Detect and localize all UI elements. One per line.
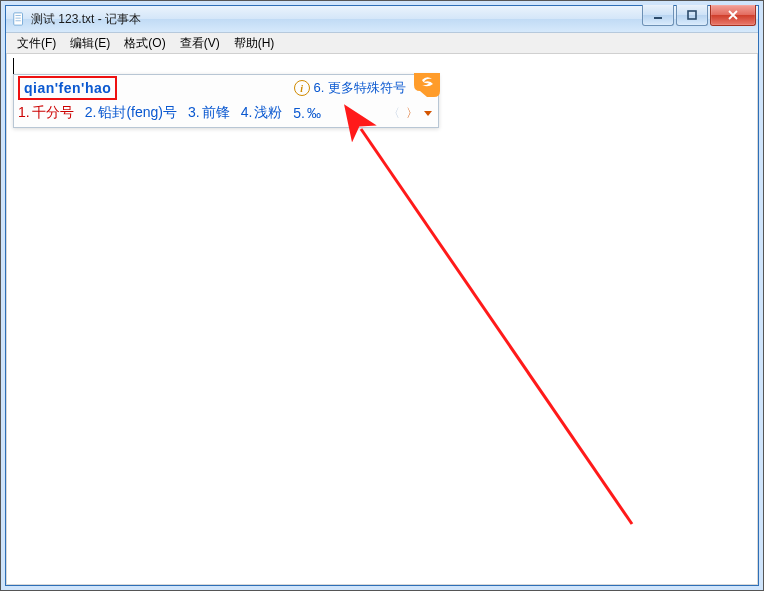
info-icon: i <box>294 80 310 96</box>
svg-rect-0 <box>14 13 23 25</box>
ime-candidate-4[interactable]: 4. 浅粉 <box>241 104 283 122</box>
ime-candidate-5[interactable]: 5. ‰ <box>293 105 321 121</box>
window-controls <box>640 5 756 26</box>
menu-file[interactable]: 文件(F) <box>10 33 63 54</box>
sogou-logo-icon <box>414 73 440 97</box>
minimize-button[interactable] <box>642 5 674 26</box>
ime-next-page[interactable]: 〉 <box>406 107 418 119</box>
window-title: 测试 123.txt - 记事本 <box>31 11 141 28</box>
text-caret <box>13 58 14 74</box>
maximize-button[interactable] <box>676 5 708 26</box>
close-button[interactable] <box>710 5 756 26</box>
ime-pager: 〈 〉 <box>388 107 434 119</box>
notepad-window: 测试 123.txt - 记事本 文件(F) 编辑(E) 格式(O) 查看(V)… <box>5 5 759 586</box>
annotation-arrow <box>7 54 757 585</box>
menu-bar: 文件(F) 编辑(E) 格式(O) 查看(V) 帮助(H) <box>6 33 758 54</box>
ime-candidate-row: 1. 千分号 2. 铅封(feng)号 3. 前锋 4. 浅粉 <box>14 100 438 127</box>
svg-rect-5 <box>688 11 696 19</box>
svg-line-6 <box>361 129 632 524</box>
title-bar[interactable]: 测试 123.txt - 记事本 <box>6 6 758 33</box>
menu-view[interactable]: 查看(V) <box>173 33 227 54</box>
svg-rect-4 <box>654 17 662 19</box>
ime-panel: qian'fen'hao i 6. 更多特殊符号 1. <box>13 74 439 128</box>
text-area[interactable]: qian'fen'hao i 6. 更多特殊符号 1. <box>6 54 758 585</box>
ime-input-row: qian'fen'hao i 6. 更多特殊符号 <box>14 75 438 100</box>
ime-candidate-3[interactable]: 3. 前锋 <box>188 104 230 122</box>
notepad-icon <box>12 12 26 26</box>
ime-pinyin: qian'fen'hao <box>18 76 117 100</box>
menu-help[interactable]: 帮助(H) <box>227 33 282 54</box>
menu-format[interactable]: 格式(O) <box>117 33 172 54</box>
ime-candidate-2[interactable]: 2. 铅封(feng)号 <box>85 104 177 122</box>
menu-edit[interactable]: 编辑(E) <box>63 33 117 54</box>
ime-special-label: 6. 更多特殊符号 <box>314 79 406 97</box>
ime-expand-icon[interactable] <box>424 111 432 116</box>
ime-prev-page[interactable]: 〈 <box>388 107 400 119</box>
ime-candidate-1[interactable]: 1. 千分号 <box>18 104 74 122</box>
ime-special-link[interactable]: i 6. 更多特殊符号 <box>294 79 434 97</box>
